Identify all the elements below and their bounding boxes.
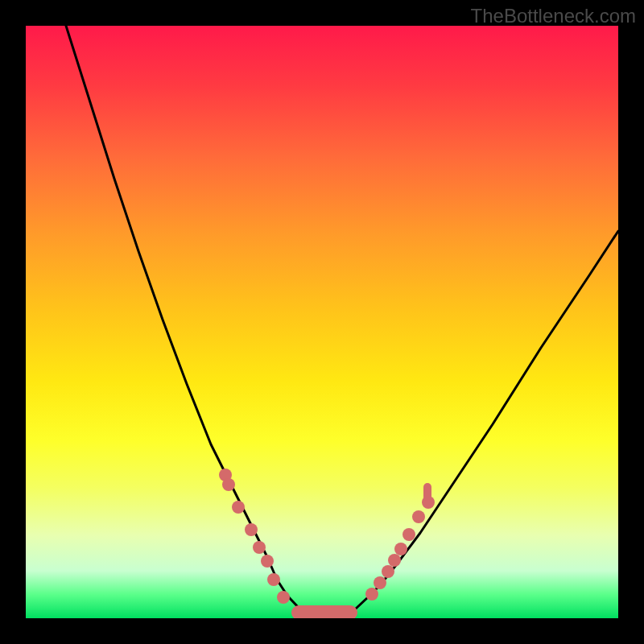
plot-background bbox=[26, 26, 618, 618]
watermark-text: TheBottleneck.com bbox=[471, 5, 636, 27]
chart-container: TheBottleneck.com bbox=[0, 0, 644, 644]
